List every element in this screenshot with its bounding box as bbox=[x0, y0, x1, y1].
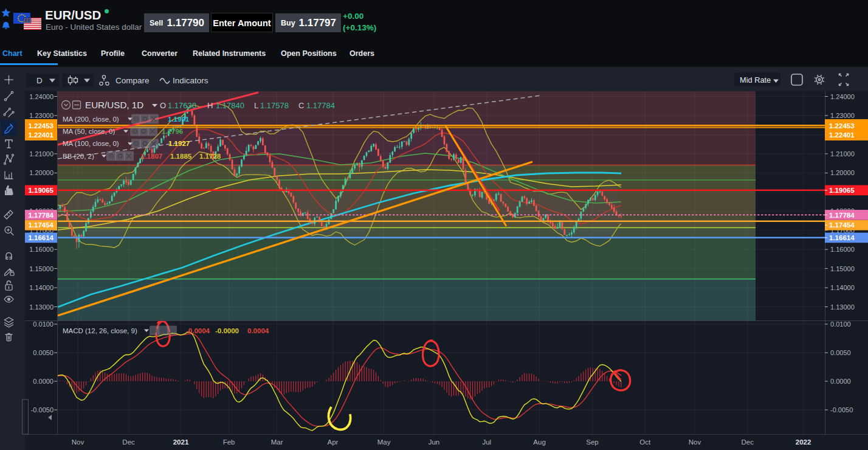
svg-text:MA (50, close, 0): MA (50, close, 0) bbox=[63, 128, 115, 135]
svg-text:1.19065: 1.19065 bbox=[829, 187, 855, 194]
svg-text:1.13000: 1.13000 bbox=[29, 303, 53, 311]
svg-text:1.20000: 1.20000 bbox=[830, 169, 855, 176]
svg-text:1.21000: 1.21000 bbox=[29, 150, 53, 158]
svg-text:1.16000: 1.16000 bbox=[830, 246, 855, 253]
svg-text:-0.0050: -0.0050 bbox=[31, 406, 53, 414]
svg-text:1.17454: 1.17454 bbox=[829, 221, 855, 229]
svg-text:0.0100: 0.0100 bbox=[830, 320, 851, 328]
svg-text:Jul: Jul bbox=[482, 438, 491, 446]
svg-text:1.13000: 1.13000 bbox=[830, 303, 855, 311]
svg-text:1.17630: 1.17630 bbox=[168, 101, 196, 110]
svg-text:1.19065: 1.19065 bbox=[28, 187, 53, 194]
svg-text:1.1796: 1.1796 bbox=[162, 128, 183, 135]
svg-text:1.21000: 1.21000 bbox=[830, 150, 855, 158]
svg-text:1.16614: 1.16614 bbox=[829, 234, 855, 241]
svg-text:1.16000: 1.16000 bbox=[29, 246, 53, 253]
svg-text:1.17784: 1.17784 bbox=[829, 212, 855, 219]
svg-text:-0.0050: -0.0050 bbox=[830, 406, 853, 414]
svg-text:1.1807: 1.1807 bbox=[141, 153, 162, 160]
svg-text:MACD (12, 26, close, 9): MACD (12, 26, close, 9) bbox=[63, 327, 137, 334]
svg-text:1.1885: 1.1885 bbox=[170, 153, 192, 160]
svg-text:1.17454: 1.17454 bbox=[28, 221, 53, 229]
svg-text:Dec: Dec bbox=[122, 438, 135, 446]
svg-text:1.17784: 1.17784 bbox=[306, 101, 335, 110]
svg-text:0.0004: 0.0004 bbox=[247, 327, 269, 334]
svg-text:Apr: Apr bbox=[328, 438, 339, 446]
svg-text:1.22453: 1.22453 bbox=[28, 122, 53, 130]
svg-text:1.22401: 1.22401 bbox=[28, 131, 53, 139]
svg-text:1.15000: 1.15000 bbox=[29, 265, 53, 272]
svg-text:0.0100: 0.0100 bbox=[33, 320, 53, 328]
svg-text:D: D bbox=[36, 76, 43, 85]
svg-text:1.23000: 1.23000 bbox=[29, 112, 53, 119]
svg-text:1.22401: 1.22401 bbox=[829, 131, 855, 139]
svg-text:1.17840: 1.17840 bbox=[216, 101, 244, 110]
svg-text:Feb: Feb bbox=[223, 438, 235, 446]
svg-text:1.23000: 1.23000 bbox=[830, 112, 855, 119]
svg-text:Indicators: Indicators bbox=[173, 76, 208, 85]
svg-text:0.0050: 0.0050 bbox=[830, 349, 851, 356]
svg-text:-0.0004: -0.0004 bbox=[186, 327, 210, 334]
svg-text:MA (100, close, 0): MA (100, close, 0) bbox=[63, 140, 119, 147]
svg-text:EUR/USD, 1D: EUR/USD, 1D bbox=[85, 100, 143, 110]
svg-text:Jun: Jun bbox=[429, 438, 440, 446]
svg-text:1.1991: 1.1991 bbox=[168, 116, 190, 123]
svg-text:Mid Rate: Mid Rate bbox=[740, 75, 771, 85]
svg-text:2022: 2022 bbox=[796, 438, 811, 446]
svg-text:O: O bbox=[160, 101, 166, 110]
svg-text:-0.0000: -0.0000 bbox=[215, 327, 239, 334]
svg-text:1.22453: 1.22453 bbox=[829, 122, 855, 130]
svg-text:1.17578: 1.17578 bbox=[260, 101, 289, 110]
svg-text:Nov: Nov bbox=[689, 438, 701, 446]
svg-text:0.0000: 0.0000 bbox=[33, 378, 53, 385]
svg-text:Nov: Nov bbox=[72, 438, 84, 446]
svg-text:C: C bbox=[298, 101, 304, 110]
svg-text:1.24000: 1.24000 bbox=[29, 93, 53, 100]
svg-text:1.1927: 1.1927 bbox=[168, 140, 190, 147]
svg-text:1.14000: 1.14000 bbox=[830, 284, 855, 291]
svg-text:1.14000: 1.14000 bbox=[29, 284, 53, 291]
svg-text:MA (200, close, 0): MA (200, close, 0) bbox=[63, 116, 119, 123]
svg-text:0.0000: 0.0000 bbox=[830, 378, 851, 385]
svg-text:May: May bbox=[377, 438, 391, 446]
svg-text:L: L bbox=[254, 101, 258, 110]
svg-text:H: H bbox=[207, 101, 213, 110]
svg-text:1.17784: 1.17784 bbox=[28, 212, 53, 219]
svg-text:1.16614: 1.16614 bbox=[28, 234, 53, 241]
svg-text:1.1728: 1.1728 bbox=[199, 153, 221, 160]
svg-text:2021: 2021 bbox=[173, 438, 189, 446]
svg-text:0.0050: 0.0050 bbox=[33, 349, 53, 356]
svg-text:1.20000: 1.20000 bbox=[29, 169, 53, 176]
svg-text:1.24000: 1.24000 bbox=[830, 93, 855, 100]
svg-text:1.15000: 1.15000 bbox=[830, 265, 855, 272]
svg-text:Dec: Dec bbox=[742, 438, 754, 446]
svg-text:Mar: Mar bbox=[271, 438, 283, 446]
svg-text:Aug: Aug bbox=[533, 438, 545, 446]
svg-text:Oct: Oct bbox=[639, 438, 651, 446]
svg-text:Compare: Compare bbox=[115, 76, 150, 85]
svg-text:Sep: Sep bbox=[586, 438, 598, 446]
svg-text:BB (20, 2): BB (20, 2) bbox=[63, 153, 94, 160]
